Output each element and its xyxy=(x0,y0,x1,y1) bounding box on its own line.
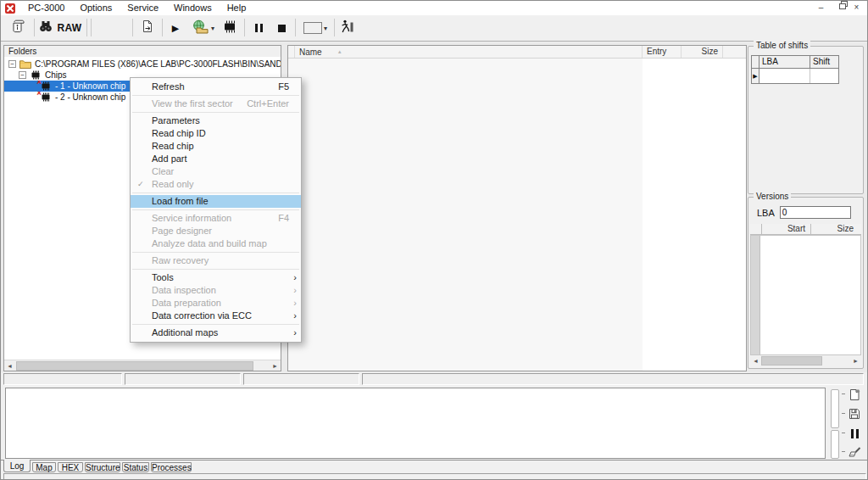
map-preview-icon xyxy=(303,22,322,34)
menu-item-additional-maps[interactable]: Additional maps› xyxy=(131,327,301,339)
window-controls: – × xyxy=(812,1,865,14)
submenu-arrow-icon: › xyxy=(293,284,297,297)
titlebar: PC-3000 Options Service Windows Help – × xyxy=(1,1,867,15)
tick-mark xyxy=(842,393,845,394)
versions-horizontal-scrollbar[interactable]: ◄ ► xyxy=(750,355,861,366)
submenu-arrow-icon: › xyxy=(293,297,297,310)
lba-cell[interactable] xyxy=(760,69,810,83)
menu-item-tools[interactable]: Tools› xyxy=(131,271,301,284)
pause-log-button[interactable] xyxy=(847,427,862,441)
collapse-expander-icon[interactable]: − xyxy=(19,71,26,79)
menu-item-read-chip[interactable]: Read chip xyxy=(131,140,301,153)
toolbar-separator xyxy=(162,19,163,36)
resources-button[interactable]: ▾ xyxy=(187,17,218,39)
versions-title: Versions xyxy=(754,192,791,202)
save-log-button[interactable] xyxy=(847,409,862,422)
folders-horizontal-scrollbar[interactable]: ◄ ► xyxy=(4,360,281,371)
scroll-right-icon[interactable]: ► xyxy=(270,360,281,371)
file-list-body xyxy=(288,59,643,371)
log-scroll-track-upper[interactable] xyxy=(831,389,839,428)
log-output xyxy=(5,388,826,459)
row-marker-icon: ▶ xyxy=(752,69,759,83)
folder-icon xyxy=(19,59,31,69)
scrollbar-thumb[interactable] xyxy=(761,356,822,366)
tab-hex[interactable]: HEX xyxy=(58,462,83,472)
find-button[interactable] xyxy=(36,17,55,39)
scroll-left-icon[interactable]: ◄ xyxy=(4,360,15,371)
collapse-expander-icon[interactable]: − xyxy=(8,60,16,68)
lba-label: LBA xyxy=(757,208,775,218)
menu-item-data-inspection: Data inspection› xyxy=(131,284,301,297)
pause-button[interactable] xyxy=(248,17,270,39)
shift-cell[interactable] xyxy=(810,69,838,83)
tree-item-label: C:\PROGRAM FILES (X86)\ACE LAB\PC-3000FL… xyxy=(35,59,281,70)
exit-task-button[interactable] xyxy=(337,17,357,39)
tab-log[interactable]: Log xyxy=(3,460,31,472)
menu-item-add-part[interactable]: Add part xyxy=(131,153,301,165)
clear-log-button[interactable] xyxy=(847,446,862,460)
toolbar-separator xyxy=(244,19,245,36)
menu-windows[interactable]: Windows xyxy=(166,1,220,15)
tick-mark xyxy=(842,451,845,452)
binoculars-icon xyxy=(39,20,53,36)
scrollbar-thumb[interactable] xyxy=(16,361,253,371)
submenu-arrow-icon: › xyxy=(293,327,297,339)
start-button[interactable]: ▶ xyxy=(165,17,186,39)
stop-button[interactable] xyxy=(271,17,292,39)
blank-column-header xyxy=(288,46,295,58)
restore-button[interactable] xyxy=(830,1,848,14)
scroll-right-icon[interactable]: ► xyxy=(850,355,861,366)
column-header-name[interactable]: Name▲ xyxy=(295,46,643,58)
menu-options[interactable]: Options xyxy=(72,1,120,15)
column-header-size[interactable]: Size xyxy=(682,46,723,58)
tab-processes[interactable]: Processes xyxy=(151,462,192,472)
tree-item-label: - 1 - Unknown chip xyxy=(55,81,125,92)
menu-pc-3000[interactable]: PC-3000 xyxy=(20,1,72,15)
menu-item-view-first-sector: View the first sectorCtrl+Enter xyxy=(131,98,301,110)
pc3000-window: PC-3000 Options Service Windows Help – ×… xyxy=(0,0,868,480)
scroll-left-icon[interactable]: ◄ xyxy=(750,355,761,366)
open-task-button[interactable] xyxy=(136,17,159,39)
blank-column-header xyxy=(723,46,746,58)
versions-column-start: Start xyxy=(762,224,811,234)
tree-item-root[interactable]: − C:\PROGRAM FILES (X86)\ACE LAB\PC-3000… xyxy=(4,59,281,70)
status-segment xyxy=(243,373,359,385)
bottom-statusbar xyxy=(3,473,866,480)
tab-structure[interactable]: Structure xyxy=(85,462,120,472)
tree-item-label: Chips xyxy=(45,70,67,81)
versions-panel: Versions LBA Start Size ◄ ► xyxy=(748,197,864,369)
menu-service[interactable]: Service xyxy=(120,1,166,15)
tab-status[interactable]: Status xyxy=(122,462,149,472)
menu-separator xyxy=(132,95,299,96)
column-header-entry[interactable]: Entry xyxy=(643,46,682,58)
map-view-button[interactable]: ▾ xyxy=(298,17,332,39)
tab-map[interactable]: Map xyxy=(32,462,56,472)
menu-separator xyxy=(132,209,299,210)
menu-item-data-correction-via-ecc[interactable]: Data correction via ECC› xyxy=(131,310,301,322)
toolbar-separator xyxy=(86,19,87,36)
toolbar: RAW ▶ ▾ ▾ xyxy=(1,15,867,42)
raw-button[interactable]: RAW xyxy=(55,17,84,39)
minimize-button[interactable]: – xyxy=(812,1,830,14)
shifts-column-shift: Shift xyxy=(810,56,838,69)
chip-button[interactable] xyxy=(218,17,242,39)
sort-ascending-icon: ▲ xyxy=(337,49,342,54)
pause-icon xyxy=(849,427,860,442)
menu-help[interactable]: Help xyxy=(220,1,254,15)
lba-input[interactable] xyxy=(780,206,851,219)
close-button[interactable]: × xyxy=(848,1,865,14)
versions-fixed-column xyxy=(751,236,760,354)
log-scroll-track-lower[interactable] xyxy=(831,430,839,459)
tick-mark xyxy=(842,433,845,433)
dropdown-arrow-icon: ▾ xyxy=(324,25,327,32)
new-log-button[interactable] xyxy=(847,389,862,403)
menu-item-read-chip-id[interactable]: Read chip ID xyxy=(131,127,301,140)
sweep-dustpan-icon xyxy=(849,445,861,460)
globe-folder-icon xyxy=(191,20,209,37)
menu-item-parameters[interactable]: Parameters xyxy=(131,114,301,127)
report-button[interactable] xyxy=(6,17,31,39)
menu-item-load-from-file[interactable]: Load from file xyxy=(131,195,301,208)
versions-lba-row: LBA xyxy=(757,206,851,219)
selector-column-header xyxy=(752,56,760,69)
menu-item-refresh[interactable]: RefreshF5 xyxy=(131,81,301,93)
